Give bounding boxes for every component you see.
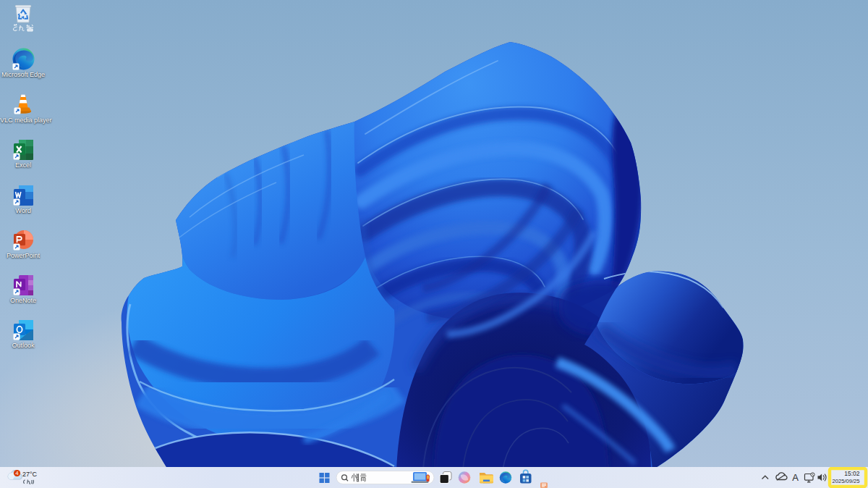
svg-text:15:02: 15:02 — [844, 470, 860, 477]
svg-text:A: A — [792, 472, 799, 483]
svg-text:27°C: 27°C — [22, 471, 38, 478]
svg-text:4: 4 — [15, 470, 19, 476]
svg-text:2025/09/25: 2025/09/25 — [832, 478, 859, 484]
